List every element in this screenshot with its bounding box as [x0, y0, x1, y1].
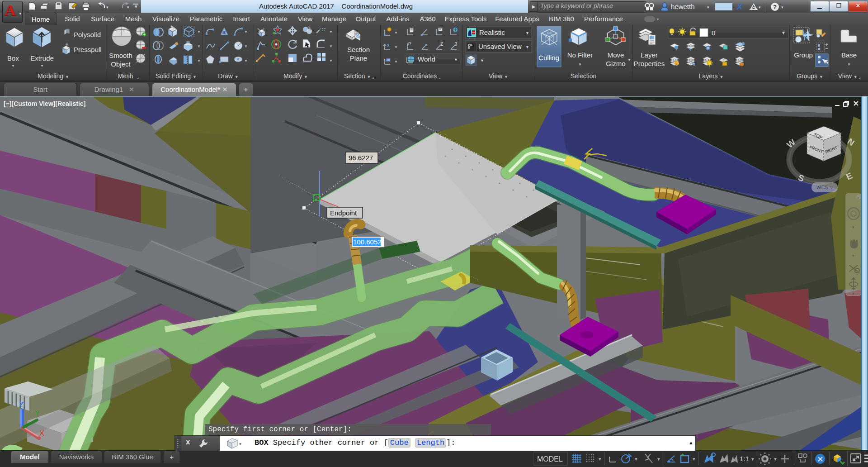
svg-text:Y: Y	[35, 409, 40, 418]
svg-text:▾: ▾	[127, 5, 129, 10]
svg-text:▼: ▼	[454, 57, 458, 62]
svg-text:▼: ▼	[394, 31, 398, 35]
svg-text:▼: ▼	[525, 45, 529, 49]
svg-text:Culling: Culling	[538, 54, 559, 62]
svg-text:X: X	[736, 2, 743, 11]
svg-text:?: ?	[773, 4, 777, 10]
svg-text:MODEL: MODEL	[537, 455, 563, 463]
svg-text:Realistic: Realistic	[479, 29, 505, 36]
svg-text:Group: Group	[794, 51, 813, 59]
svg-text:▼: ▼	[773, 457, 778, 462]
svg-text:▼: ▼	[244, 44, 248, 48]
svg-text:▼: ▼	[394, 45, 398, 49]
svg-text:a: a	[222, 29, 226, 35]
svg-text:Smooth: Smooth	[109, 52, 132, 59]
svg-text:96.6227: 96.6227	[349, 154, 373, 162]
svg-text:▼: ▼	[692, 457, 696, 462]
svg-text:Layer: Layer	[641, 51, 658, 59]
svg-text:No Filter: No Filter	[567, 51, 593, 59]
svg-text:[−][Custom View][Realistic]: [−][Custom View][Realistic]	[4, 100, 85, 107]
svg-text:0: 0	[712, 29, 715, 37]
svg-text:Gizmo: Gizmo	[606, 60, 625, 67]
svg-text:▼: ▼	[525, 31, 529, 35]
svg-text:▼: ▼	[847, 62, 851, 67]
svg-text:▼: ▼	[634, 457, 638, 462]
svg-text:▾: ▾	[852, 291, 854, 296]
svg-text:▼: ▼	[197, 44, 201, 48]
svg-text:▾: ▾	[852, 225, 854, 229]
svg-text:▽: ▽	[830, 186, 833, 190]
svg-text:Polysolid: Polysolid	[74, 31, 101, 38]
svg-text:1:1: 1:1	[740, 455, 749, 462]
svg-text:▼: ▼	[394, 60, 398, 64]
svg-text:3: 3	[455, 42, 458, 47]
svg-text:▼: ▼	[627, 58, 631, 62]
svg-text:World: World	[418, 55, 435, 63]
svg-text:▾: ▾	[759, 5, 761, 10]
svg-text:Extrude: Extrude	[30, 54, 54, 62]
svg-text:hewetth: hewetth	[671, 3, 695, 10]
svg-text:Base: Base	[841, 51, 857, 59]
svg-text:▼: ▼	[11, 64, 15, 68]
svg-text:▼: ▼	[750, 457, 755, 462]
svg-text:▼: ▼	[244, 59, 248, 63]
svg-text:Box: Box	[7, 54, 19, 62]
svg-text:Plane: Plane	[350, 54, 367, 62]
svg-text:Move: Move	[608, 51, 624, 59]
svg-text:▾: ▾	[239, 442, 241, 446]
svg-text:▾: ▾	[707, 5, 709, 10]
svg-text:▼: ▼	[197, 30, 201, 34]
svg-text:▼: ▼	[598, 457, 602, 462]
svg-text:Properties: Properties	[634, 60, 665, 67]
svg-text:Object: Object	[111, 60, 131, 68]
svg-text:WCS: WCS	[816, 185, 828, 190]
svg-text:▼: ▼	[329, 30, 333, 34]
svg-text:x: x	[857, 196, 859, 200]
svg-text:▼: ▼	[656, 457, 661, 462]
svg-text:▼: ▼	[578, 62, 582, 67]
svg-text:100.6052: 100.6052	[353, 238, 382, 246]
svg-text:▾: ▾	[106, 5, 108, 10]
svg-text:▾: ▾	[852, 253, 854, 258]
svg-text:▼: ▼	[480, 58, 484, 63]
svg-text:Section: Section	[347, 46, 370, 53]
svg-text:Endpoint: Endpoint	[330, 209, 357, 217]
svg-text:X: X	[39, 429, 44, 438]
svg-text:▾: ▾	[781, 5, 783, 10]
svg-text:▼: ▼	[781, 30, 786, 35]
svg-text:▼: ▼	[329, 44, 333, 48]
svg-text:▼: ▼	[40, 64, 44, 68]
svg-text:Unsaved View: Unsaved View	[478, 43, 522, 50]
svg-text:Z: Z	[440, 42, 443, 47]
svg-text:Z: Z	[19, 400, 24, 409]
svg-text:▼: ▼	[329, 59, 333, 63]
svg-text:x: x	[387, 43, 390, 48]
svg-text:▼: ▼	[197, 59, 201, 63]
svg-text:Presspull: Presspull	[74, 46, 102, 53]
svg-text:▼: ▼	[244, 30, 248, 34]
